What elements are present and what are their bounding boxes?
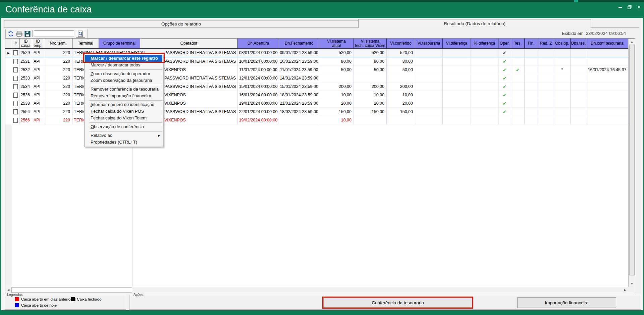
cell-num [12,66,19,74]
cell-ind [5,108,12,116]
legend-title: Legendas [6,293,23,297]
cell-vl_sistema_atual: 80,00 [319,57,354,66]
scroll-down-icon[interactable]: ▼ [629,281,635,287]
cell-pct_diferenca [471,66,498,74]
col-header-num[interactable]: # [12,39,19,49]
context-menu-item[interactable]: Marcar / desmarcar este registro [85,55,162,62]
scroll-right-icon[interactable]: ▶ [622,287,628,293]
legend-item: Caixa aberto em dias anteriores [15,297,76,301]
minimize-button[interactable] [616,4,624,10]
search-input[interactable] [34,30,74,37]
row-checkbox[interactable] [13,59,18,64]
col-header-vl_sistema_fech[interactable]: Vl.sistema fech. caixa Vixen [354,39,387,49]
col-header-vl_diferenca[interactable]: Vl.diferença [443,39,471,49]
col-header-dh_abertura[interactable]: Dh.Abertura [238,39,279,49]
cell-fin [525,91,538,99]
check-icon: ✔ [503,101,506,106]
context-menu-item[interactable]: Marcar / desmarcar todos [85,62,163,68]
row-checkbox[interactable] [13,93,18,98]
restore-icon [628,5,632,9]
cell-dh_abertura: 16/01/2024 00:00:00 [238,91,279,99]
cell-vl_tesouraria [415,116,443,124]
cell-vl_sistema_atual [319,74,354,83]
context-menu-item[interactable]: Zoom observação da tesouraria [85,77,163,84]
context-menu-item[interactable]: Remover importação financeira [85,93,163,99]
close-button[interactable]: ✕ [635,4,643,10]
horizontal-scrollbar-thumb[interactable] [11,287,132,293]
cell-dh_fechamento: 09/01/2024 23:59:00 [279,49,319,57]
cell-dh_abertura: 15/01/2024 00:00:00 [238,83,279,91]
col-header-fin[interactable]: Fin. [525,39,538,49]
col-header-vl_conferido[interactable]: Vl.conferido [387,39,415,49]
context-menu-item[interactable]: Relativo ao▶ [85,132,163,139]
context-menu-item[interactable]: Fechar caixa do Vixen POS [85,108,163,115]
cell-obs_tes [571,108,586,116]
print-button[interactable] [15,31,23,37]
col-header-vl_tesouraria[interactable]: Vl.tesouraria [415,39,443,49]
horizontal-scrollbar[interactable]: ◀ ▶ [5,287,628,293]
vertical-scrollbar-thumb[interactable] [629,45,635,275]
col-header-oper[interactable]: Oper. [498,39,511,49]
cell-id_caixa: 2533 [19,74,32,83]
displayed-at-timestamp: Exibido em: 23/02/2024 09:06:54 [562,31,626,36]
cell-vl_sistema_atual: 150,00 [319,108,354,116]
refresh-button[interactable] [7,31,14,37]
context-menu-item[interactable]: Remover conferência da tesouraria [85,86,163,93]
context-menu-item[interactable]: Fechar caixa do Vixen Totem [85,115,163,121]
restore-button[interactable] [626,4,634,10]
col-header-obs_op[interactable]: Obs.op. [554,39,571,49]
col-header-dh_conf[interactable]: Dh.conf tesouraria [586,39,628,49]
col-header-terminal[interactable]: Terminal [72,39,99,49]
col-header-ind [5,39,12,49]
scroll-up-icon[interactable]: ▲ [629,39,635,45]
conferencia-tesouraria-button[interactable]: Conferência da tesouraria [322,297,473,309]
tab-resultado-relatorio[interactable]: Resultado (Dados do relatório) [358,19,591,28]
vertical-scrollbar[interactable]: ▲ ▼ [628,39,635,287]
col-header-tes[interactable]: Tes. [511,39,525,49]
cell-id_caixa: 2532 [19,66,32,74]
minimize-icon [619,7,622,8]
col-header-red_z[interactable]: Red. Z [538,39,554,49]
scroll-left-icon[interactable]: ◀ [5,287,11,293]
row-checkbox[interactable] [13,118,18,123]
row-checkbox[interactable] [13,101,18,106]
context-menu-item[interactable]: Observação de conferência [85,123,163,130]
toolbar [5,29,88,38]
row-checkbox[interactable] [13,50,18,55]
col-header-nro_term[interactable]: Nro.term. [44,39,72,49]
cell-vl_diferenca [443,74,471,83]
cell-vl_tesouraria [415,74,443,83]
row-checkbox[interactable] [13,84,18,89]
row-checkbox[interactable] [13,76,18,81]
cell-id_caixa: 2538 [19,99,32,108]
context-menu-item[interactable]: Propriedades (CTRL+T) [85,139,163,146]
cell-ind [5,57,12,66]
cell-vl_sistema_atual: 200,00 [319,83,354,91]
col-header-dh_fechamento[interactable]: Dh.Fechamento [279,39,319,49]
row-checkbox[interactable] [13,67,18,72]
tab-opcoes-relatorio[interactable]: Opções do relatório [4,20,358,28]
cell-fin [525,57,538,66]
row-checkbox[interactable] [13,109,18,114]
cell-vl_sistema_fech: 10,00 [354,91,387,99]
col-header-grupo[interactable]: Grupo de terminal [99,39,140,49]
check-icon: ✔ [503,76,506,81]
col-header-vl_sistema_atual[interactable]: Vl.sistema atual [319,39,354,49]
context-menu-item[interactable]: Informar número de identificação [85,101,163,108]
report-preview-button[interactable] [76,30,85,38]
col-header-obs_tes[interactable]: Obs.tes. [571,39,586,49]
cell-pct_diferenca [471,57,498,66]
col-header-operador[interactable]: Operador [140,39,238,49]
cell-obs_op [554,116,571,124]
cell-vl_sistema_fech: 50,00 [354,66,387,74]
col-header-pct_diferenca[interactable]: % diferença [471,39,498,49]
importacao-financeira-button[interactable]: Importação financeira [517,297,616,308]
current-row-indicator-icon: ▶ [5,49,12,57]
cell-pct_diferenca [471,74,498,83]
context-menu-item[interactable]: Zoom observação do operador [85,70,163,77]
save-button[interactable] [24,31,31,37]
scrollbar-corner [628,287,635,293]
cell-id_caixa: 2554 [19,108,32,116]
col-header-id_emp[interactable]: ID emp. [32,39,44,49]
col-header-id_caixa[interactable]: ID caixa [19,39,32,49]
